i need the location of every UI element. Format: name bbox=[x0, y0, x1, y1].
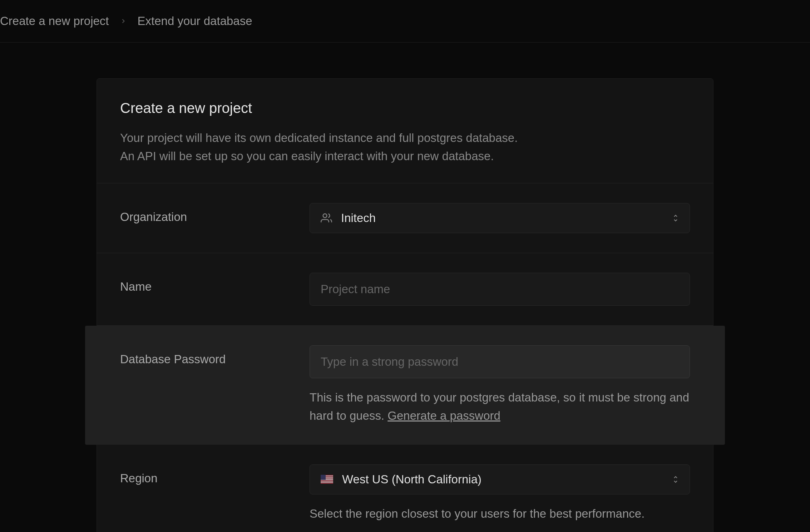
password-helper-text: This is the password to your postgres da… bbox=[310, 388, 690, 425]
svg-point-0 bbox=[323, 214, 327, 218]
organization-label: Organization bbox=[120, 203, 310, 224]
users-icon bbox=[321, 212, 332, 224]
region-control-wrapper: West US (North California) Select the re… bbox=[310, 464, 690, 523]
form-row-name: Name bbox=[97, 253, 713, 326]
name-input[interactable] bbox=[310, 273, 690, 306]
form-card: Create a new project Your project will h… bbox=[97, 78, 713, 532]
main-container: Create a new project Your project will h… bbox=[0, 43, 810, 532]
region-helper-text: Select the region closest to your users … bbox=[310, 504, 690, 523]
password-label: Database Password bbox=[120, 345, 310, 366]
chevron-right-icon bbox=[120, 18, 127, 25]
organization-value: Initech bbox=[341, 211, 672, 225]
breadcrumb-item-create[interactable]: Create a new project bbox=[0, 14, 109, 28]
password-input[interactable] bbox=[310, 345, 690, 378]
region-select[interactable]: West US (North California) bbox=[310, 464, 690, 494]
generate-password-link[interactable]: Generate a password bbox=[387, 409, 500, 422]
form-row-organization: Organization Initech bbox=[97, 183, 713, 253]
password-control-wrapper: This is the password to your postgres da… bbox=[310, 345, 690, 425]
region-value: West US (North California) bbox=[342, 473, 672, 486]
organization-select[interactable]: Initech bbox=[310, 203, 690, 233]
organization-control-wrapper: Initech bbox=[310, 203, 690, 233]
region-label: Region bbox=[120, 464, 310, 485]
breadcrumb-item-extend[interactable]: Extend your database bbox=[138, 14, 252, 28]
breadcrumb: Create a new project Extend your databas… bbox=[0, 0, 810, 43]
form-row-password: Database Password This is the password t… bbox=[85, 326, 725, 444]
form-row-region: Region West US (North California) Select… bbox=[97, 445, 713, 532]
form-header: Create a new project Your project will h… bbox=[97, 79, 713, 183]
page-title: Create a new project bbox=[120, 100, 690, 116]
name-control-wrapper bbox=[310, 273, 690, 306]
chevron-up-down-icon bbox=[672, 475, 679, 484]
name-label: Name bbox=[120, 273, 310, 294]
form-section: Organization Initech bbox=[97, 183, 713, 532]
page-description: Your project will have its own dedicated… bbox=[120, 129, 690, 165]
flag-us-icon bbox=[321, 475, 333, 484]
chevron-up-down-icon bbox=[672, 214, 679, 222]
